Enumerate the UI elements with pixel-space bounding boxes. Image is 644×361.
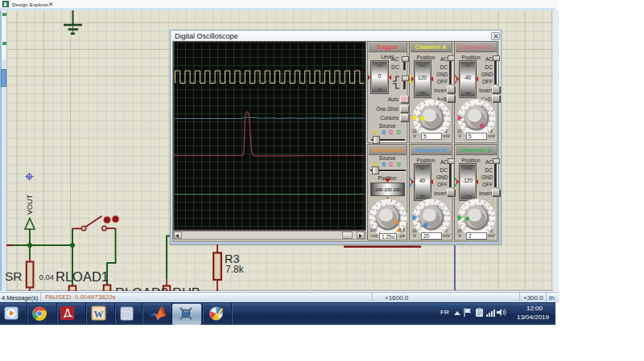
svg-text:W: W [94,309,104,320]
